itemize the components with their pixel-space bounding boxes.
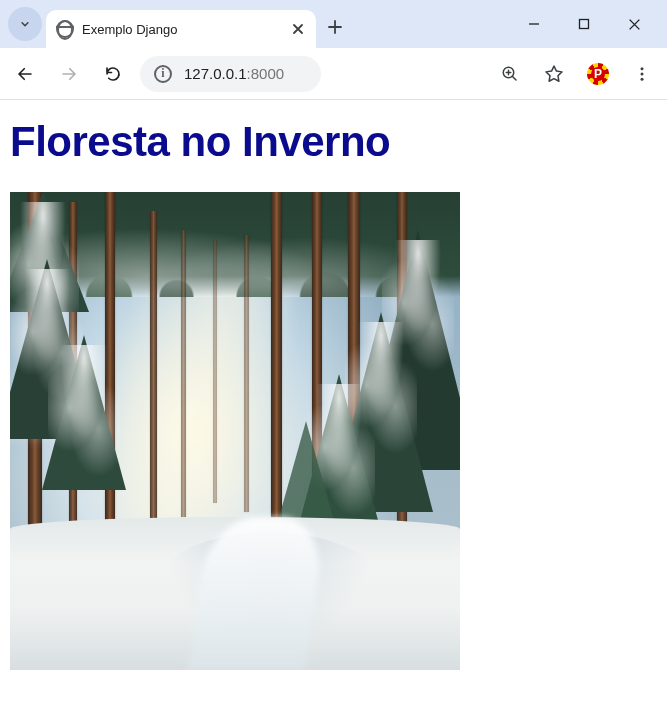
window-controls [509,4,659,44]
close-tab-button[interactable] [290,21,306,37]
tab-search-button[interactable] [8,7,42,41]
maximize-button[interactable] [559,4,609,44]
reload-icon [104,65,122,83]
site-info-icon[interactable] [154,65,172,83]
svg-point-2 [641,67,644,70]
svg-point-3 [641,72,644,75]
zoom-icon [501,65,519,83]
close-window-button[interactable] [609,4,659,44]
close-icon [628,18,641,31]
chevron-down-icon [18,17,32,31]
zoom-button[interactable] [493,57,527,91]
forest-image [10,192,460,670]
svg-point-4 [641,77,644,80]
bookmark-button[interactable] [537,57,571,91]
svg-rect-0 [580,20,589,29]
page-content: Floresta no Inverno [0,100,667,688]
back-button[interactable] [8,57,42,91]
extension-badge-icon [587,63,609,85]
reload-button[interactable] [96,57,130,91]
browser-toolbar: 127.0.0.1:8000 [0,48,667,100]
globe-icon [56,20,74,38]
star-icon [544,64,564,84]
close-icon [292,23,304,35]
kebab-menu-icon [633,65,651,83]
page-heading: Floresta no Inverno [10,118,657,166]
new-tab-button[interactable] [320,12,350,42]
tab-title: Exemplo Django [82,22,282,37]
address-bar[interactable]: 127.0.0.1:8000 [140,56,321,92]
minimize-icon [528,18,540,30]
browser-menu-button[interactable] [625,57,659,91]
arrow-left-icon [16,65,34,83]
maximize-icon [578,18,590,30]
browser-tab[interactable]: Exemplo Django [46,10,316,48]
minimize-button[interactable] [509,4,559,44]
forward-button[interactable] [52,57,86,91]
url-text: 127.0.0.1:8000 [184,65,284,82]
arrow-right-icon [60,65,78,83]
browser-tab-strip: Exemplo Django [0,0,667,48]
plus-icon [328,20,342,34]
extension-button[interactable] [581,57,615,91]
